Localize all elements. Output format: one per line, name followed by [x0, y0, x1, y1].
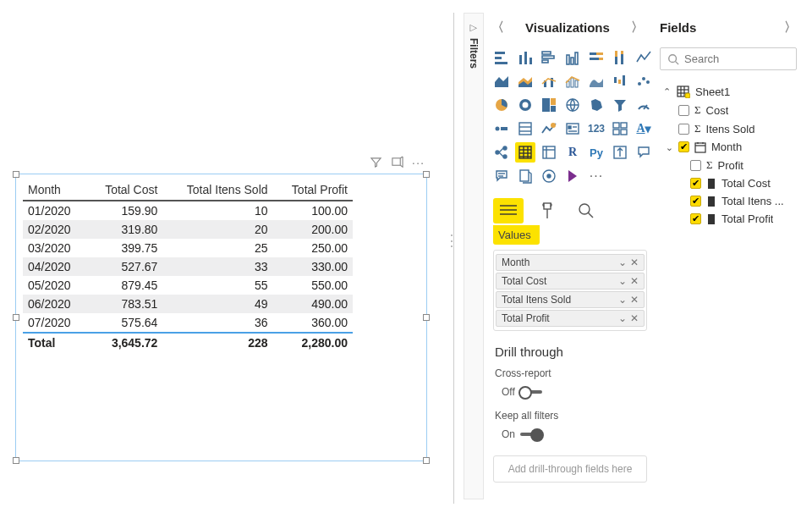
line-stacked-column-icon[interactable] — [539, 71, 559, 91]
field-checkbox[interactable] — [678, 105, 689, 116]
resize-handle[interactable] — [423, 457, 430, 464]
col-header[interactable]: Total Itens Sold — [162, 179, 272, 201]
field-item[interactable]: Σ Profit — [660, 156, 797, 174]
filters-pane-collapsed[interactable]: ◁ Filters — [464, 13, 484, 499]
field-item[interactable]: ✔ Total Itens ... — [660, 192, 797, 210]
table-visual[interactable]: ··· Month Total Cost Total Itens Sold To… — [15, 174, 427, 461]
pie-icon[interactable] — [491, 95, 512, 115]
field-checkbox[interactable]: ✔ — [690, 213, 701, 224]
field-item[interactable]: ✔ Total Profit — [660, 210, 797, 228]
map-icon[interactable] — [562, 95, 583, 115]
field-checkbox[interactable] — [690, 160, 701, 171]
fields-search-input[interactable] — [684, 52, 812, 65]
col-header[interactable]: Month — [23, 179, 87, 201]
area-chart-icon[interactable] — [491, 71, 512, 91]
funnel-icon[interactable] — [610, 95, 630, 115]
azure-maps-icon[interactable]: A▾ — [634, 119, 654, 139]
remove-icon[interactable]: ✕ — [630, 275, 639, 287]
table-node[interactable]: ⌃ Sheet1 — [660, 82, 797, 101]
stacked100-bar-icon[interactable] — [586, 47, 606, 68]
col-header[interactable]: Total Profit — [273, 179, 353, 201]
qa-visual-icon[interactable] — [634, 142, 654, 163]
field-item[interactable]: ✔ Total Cost — [660, 174, 797, 192]
pane-divider[interactable] — [453, 13, 454, 504]
format-tab[interactable] — [532, 198, 562, 223]
col-header[interactable]: Total Cost — [87, 179, 163, 201]
donut-icon[interactable] — [515, 95, 535, 115]
resize-handle[interactable] — [13, 171, 19, 178]
r-visual-icon[interactable]: R — [562, 142, 583, 163]
gauge-icon[interactable] — [634, 95, 654, 115]
card-icon[interactable] — [491, 119, 512, 139]
field-checkbox[interactable] — [678, 124, 689, 135]
resize-handle[interactable] — [423, 314, 430, 321]
key-influencers-icon[interactable] — [610, 142, 630, 163]
scatter-icon[interactable] — [634, 71, 654, 91]
resize-handle[interactable] — [423, 171, 430, 178]
resize-handle[interactable] — [13, 457, 19, 464]
fields-search[interactable] — [660, 47, 797, 70]
fields-tab[interactable] — [493, 198, 524, 223]
toggle-on-icon[interactable] — [520, 430, 542, 439]
field-pill[interactable]: Month ⌄✕ — [496, 254, 645, 271]
ribbon-chart-icon[interactable] — [586, 71, 606, 91]
cross-report-toggle[interactable]: Off — [495, 383, 645, 406]
number-card-icon[interactable]: 123 — [586, 119, 606, 139]
filled-map-icon[interactable] — [586, 95, 606, 115]
table-visual-icon[interactable] — [515, 142, 535, 163]
waterfall-icon[interactable] — [610, 71, 630, 91]
stacked-bar-icon[interactable] — [491, 47, 512, 68]
field-pill[interactable]: Total Cost ⌄✕ — [496, 273, 645, 290]
chevron-down-icon[interactable]: ⌄ — [618, 312, 627, 324]
caret-down-icon[interactable]: ⌃ — [665, 141, 673, 152]
clustered-column-icon[interactable] — [562, 47, 583, 68]
chevron-down-icon[interactable]: ⌄ — [618, 294, 627, 306]
stacked-area-icon[interactable] — [515, 71, 535, 91]
drill-through-drop-area[interactable]: Add drill-through fields here — [493, 455, 647, 483]
remove-icon[interactable]: ✕ — [630, 256, 639, 268]
analytics-tab[interactable] — [571, 198, 601, 223]
pane-drag-handle[interactable] — [447, 226, 455, 255]
field-group-month[interactable]: ⌃ ✔ Month — [660, 138, 797, 156]
chevron-down-icon[interactable]: ⌄ — [618, 256, 627, 268]
stacked100-column-icon[interactable] — [610, 47, 630, 68]
toggle-off-icon[interactable] — [520, 388, 542, 396]
field-checkbox[interactable]: ✔ — [690, 178, 701, 189]
multirow-number-icon[interactable] — [610, 119, 630, 139]
field-pill[interactable]: Total Itens Sold ⌄✕ — [496, 291, 645, 308]
values-well[interactable]: Month ⌄✕ Total Cost ⌄✕ Total Itens Sold … — [493, 250, 647, 331]
treemap-icon[interactable] — [539, 95, 559, 115]
resize-handle[interactable] — [13, 314, 19, 321]
slicer-icon[interactable] — [562, 119, 583, 139]
narrative-visual-icon[interactable] — [491, 166, 512, 186]
report-canvas[interactable]: ··· Month Total Cost Total Itens Sold To… — [0, 0, 448, 513]
pane-collapse-icon[interactable]: 〉 — [784, 19, 797, 36]
expand-filters-icon[interactable]: ◁ — [470, 22, 477, 33]
caret-down-icon[interactable]: ⌃ — [663, 86, 672, 97]
line-chart-icon[interactable] — [634, 47, 654, 68]
more-visuals-icon[interactable]: ··· — [586, 166, 606, 186]
field-checkbox[interactable]: ✔ — [690, 196, 701, 207]
multirow-card-icon[interactable] — [515, 119, 535, 139]
field-pill[interactable]: Total Profit ⌄✕ — [496, 310, 645, 327]
python-visual-icon[interactable]: Py — [586, 142, 606, 163]
field-item[interactable]: Σ Itens Sold — [660, 119, 797, 138]
pane-collapse-right-icon[interactable]: 〉 — [631, 19, 644, 36]
chevron-down-icon[interactable]: ⌄ — [618, 275, 627, 287]
stacked-column-icon[interactable] — [515, 47, 535, 68]
pane-collapse-left-icon[interactable]: 〈 — [491, 19, 504, 36]
keep-filters-toggle[interactable]: On — [495, 425, 645, 449]
decomposition-tree-icon[interactable] — [491, 142, 512, 163]
remove-icon[interactable]: ✕ — [630, 312, 639, 324]
focus-mode-icon[interactable] — [391, 156, 403, 168]
remove-icon[interactable]: ✕ — [630, 294, 639, 306]
line-clustered-column-icon[interactable] — [562, 71, 583, 91]
matrix-icon[interactable] — [539, 142, 559, 163]
arcgis-icon[interactable] — [539, 166, 559, 186]
clustered-bar-icon[interactable] — [539, 47, 559, 68]
field-checkbox[interactable]: ✔ — [678, 141, 689, 152]
kpi-icon[interactable] — [539, 119, 559, 139]
paginated-report-icon[interactable] — [515, 166, 535, 186]
more-options-icon[interactable]: ··· — [412, 156, 425, 168]
powerapps-icon[interactable] — [562, 166, 583, 186]
